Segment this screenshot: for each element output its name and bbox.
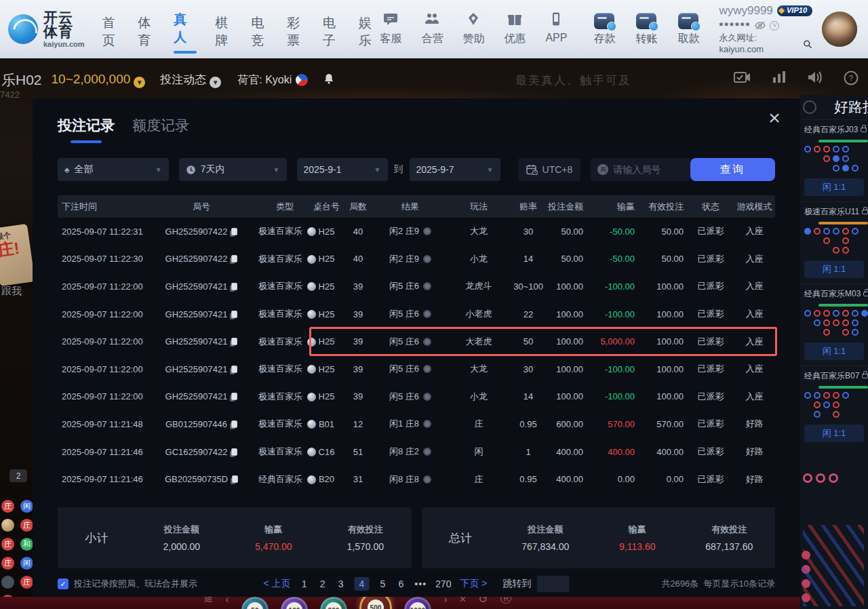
table-row[interactable]: 2025-09-07 11:21:46GB202590735D经典百家乐B203… [58,465,775,493]
quick-bet-button[interactable]: 闲 1:1 [804,425,864,442]
quick-bet-button[interactable]: 闲 1:1 [804,342,864,360]
table-row[interactable]: 2025-09-07 11:22:00GH2525907421极速百家乐H253… [58,355,775,383]
table-row[interactable]: 2025-09-07 11:21:48GB0125907446极速百家乐B011… [58,410,775,438]
wallet-action-deposit[interactable]: 存款 [589,13,620,46]
result-info-icon[interactable] [423,310,431,318]
jump-page-input[interactable] [537,576,570,592]
page-number-4[interactable]: 4 [355,577,370,591]
chip-50[interactable]: 50 [241,597,269,609]
bell-icon[interactable] [323,73,335,87]
gear-icon[interactable] [803,100,816,114]
result-info-icon[interactable] [423,282,431,290]
quick-link-support[interactable]: 客服 [376,12,406,46]
page-number-5[interactable]: 5 [378,578,387,589]
next-page-button[interactable]: 下页 > [460,578,487,590]
summary-column-value: 1,570.00 [319,541,412,552]
bet-limit[interactable]: 10~2,000,000▼ [52,72,146,88]
cell: 50.00 [639,254,688,264]
result-info-icon[interactable] [423,475,431,484]
table-row[interactable]: 2025-09-07 11:22:00GH2525907421极速百家乐H253… [58,300,775,328]
chip-100[interactable]: 100 [281,597,308,609]
copy-icon[interactable] [231,283,237,290]
copy-icon[interactable] [231,448,237,456]
nav-item-live[interactable]: 真人 [174,5,197,54]
username[interactable]: wywy9999 [719,3,772,18]
video-check-icon[interactable] [734,71,751,84]
quick-link-partner[interactable]: 合营 [417,12,447,46]
copy-icon[interactable] [231,420,237,428]
nav-item-entertainment[interactable]: 娱乐 [359,9,376,50]
logo-icon [8,14,38,44]
avatar[interactable] [822,12,857,47]
stats-icon[interactable] [772,71,787,84]
wallet-action-withdraw[interactable]: 取款 [673,13,704,46]
cell-win-loss: -50.00 [587,227,639,237]
quick-link-sponsor[interactable]: 赞助 [458,12,488,46]
copy-icon[interactable] [232,475,238,483]
result-info-icon[interactable] [423,227,431,235]
search-button[interactable]: 查询 [690,158,775,181]
road-card-2[interactable]: 经典百家乐M03闲 1:1 [800,283,868,366]
bet-trend-toggle[interactable]: 投注动态▼ [160,72,221,88]
result-info-icon[interactable] [423,420,431,428]
game-number-input[interactable] [613,164,681,175]
quick-bet-button[interactable]: 闲 1:1 [804,178,864,196]
tab-quota-records[interactable]: 额度记录 [132,116,189,143]
svg-text:?: ? [849,74,853,82]
page-number-6[interactable]: 6 [396,578,406,589]
chip-1000[interactable]: 1000 [404,597,431,609]
copy-icon[interactable] [231,311,237,318]
merge-checkbox[interactable]: ✓ [58,578,68,589]
date-range-dropdown[interactable]: 7天内▼ [179,158,287,181]
date-to-dropdown[interactable]: 2025-9-7▼ [410,158,500,181]
copy-icon[interactable] [231,228,237,235]
category-dropdown[interactable]: ♠ 全部▼ [58,158,169,181]
chip-200[interactable]: 200 [320,597,347,609]
road-card-3[interactable]: 经典百家乐B07闲 1:1 [800,366,868,448]
result-info-icon[interactable] [423,448,431,456]
result-info-icon[interactable] [423,338,431,346]
road-card-0[interactable]: 经典百家乐J03闲 1:1 [800,119,868,201]
nav-item-sports[interactable]: 体育 [138,9,155,50]
tab-bet-records[interactable]: 投注记录 [58,116,115,143]
volume-icon[interactable] [807,71,823,84]
table-row[interactable]: 2025-09-07 11:22:00GH2525907421极速百家乐H253… [58,273,775,300]
date-from-dropdown[interactable]: 2025-9-1▼ [297,158,388,181]
last-page-button[interactable]: 270 [435,578,451,589]
search-icon[interactable] [803,39,812,49]
copy-icon[interactable] [231,338,237,345]
wallet-action-transfer[interactable]: 转账 [631,13,662,46]
result-info-icon[interactable] [423,393,431,401]
quick-bet-button[interactable]: 闲 1:1 [804,260,864,278]
road-card-1[interactable]: 极速百家乐U11闲 1:1 [800,201,868,283]
cell-game-type: 极速百家乐 [258,225,311,237]
vip-diamond-icon: ◆ [778,5,785,16]
road-grid [804,228,868,256]
nav-item-slots[interactable]: 电子 [323,9,340,50]
nav-item-lottery[interactable]: 彩票 [287,9,304,50]
table-row[interactable]: 2025-09-07 11:22:00GH2525907421极速百家乐H253… [58,383,775,411]
close-icon[interactable]: × [764,108,785,130]
result-info-icon[interactable] [423,365,431,373]
copy-icon[interactable] [231,393,237,400]
prev-page-button[interactable]: < 上页 [263,578,290,590]
copy-icon[interactable] [231,255,237,262]
table-row[interactable]: 2025-09-07 11:22:30GH2525907422极速百家乐H254… [58,245,775,273]
page-number-3[interactable]: 3 [336,578,346,589]
quick-link-app[interactable]: APP [541,12,571,46]
nav-item-home[interactable]: 首页 [102,9,120,50]
help-icon[interactable]: ? [844,71,859,85]
logo[interactable]: 开云体育 kaiyun.com [8,10,86,48]
copy-icon[interactable] [231,366,237,373]
table-row[interactable]: 2025-09-07 11:22:00GH2525907421极速百家乐H253… [58,328,775,355]
result-info-icon[interactable] [423,255,431,263]
nav-item-esports[interactable]: 电竞 [251,9,269,50]
v-circle-icon[interactable]: V [770,21,779,31]
page-number-2[interactable]: 2 [318,578,328,589]
page-number-1[interactable]: 1 [300,578,309,589]
table-row[interactable]: 2025-09-07 11:21:46GC1625907422极速百家乐C165… [58,438,775,466]
table-row[interactable]: 2025-09-07 11:22:31GH2525907422极速百家乐H254… [58,218,775,245]
quick-link-promo[interactable]: 优惠 [500,12,530,46]
eye-off-icon[interactable] [755,21,766,30]
nav-item-cards[interactable]: 棋牌 [215,9,233,50]
